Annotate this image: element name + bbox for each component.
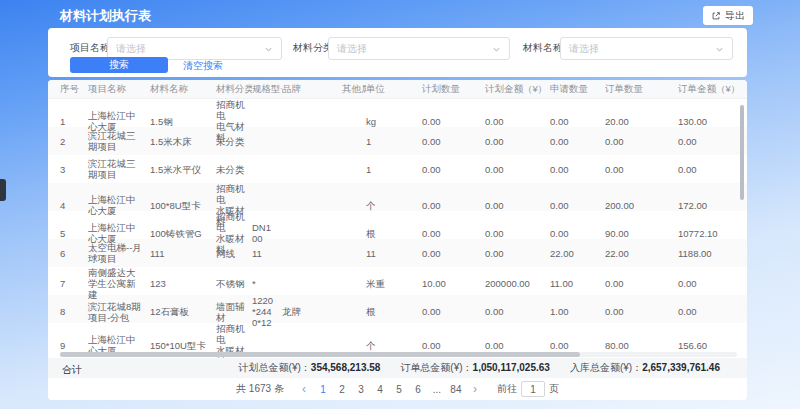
clear-search-link[interactable]: 清空搜索 bbox=[183, 59, 223, 73]
table-cell: 20.00 bbox=[605, 116, 678, 127]
column-header: 其他属性 bbox=[342, 83, 366, 96]
table-row: 6太空电梯--月球项目111网线11110.000.0022.0022.0011… bbox=[48, 239, 747, 267]
inbound-total-amount: 入库总金额(¥)：2,657,339,761.46 bbox=[570, 361, 720, 375]
table-cell: 滨江花城三期项目 bbox=[88, 158, 150, 180]
chevron-down-icon bbox=[492, 40, 501, 58]
horizontal-scrollbar-thumb[interactable] bbox=[60, 352, 580, 357]
table-cell: 0.00 bbox=[550, 116, 605, 127]
search-button[interactable]: 搜索 bbox=[70, 57, 168, 73]
table-row: 5上海松江中心大厦100铸铁管G招商机电 水暖材料DN100根0.000.000… bbox=[48, 211, 747, 239]
page-ellipsis[interactable]: ... bbox=[430, 384, 444, 395]
table-cell: 根 bbox=[366, 228, 422, 239]
table-row: 2滨江花城三期项目1.5米木床未分类10.000.000.000.000.00 bbox=[48, 127, 747, 155]
table-cell: 未分类 bbox=[216, 136, 252, 147]
next-page-button[interactable]: › bbox=[468, 384, 482, 394]
material-name-placeholder: 请选择 bbox=[569, 42, 599, 56]
page-button[interactable]: 3 bbox=[354, 384, 368, 395]
page-button[interactable]: 4 bbox=[373, 384, 387, 395]
table-cell: 200.00 bbox=[605, 200, 678, 211]
filter-panel: 项目名称 请选择 材料分类 请选择 材料名称 请选择 搜索 清空搜索 bbox=[48, 28, 747, 77]
table-cell: 100铸铁管G bbox=[150, 228, 216, 239]
column-header: 材料名称 bbox=[150, 83, 216, 96]
table-cell: 0.00 bbox=[550, 340, 605, 351]
table-cell: 上海松江中心大厦 bbox=[88, 194, 150, 216]
table-cell: 0.00 bbox=[485, 306, 550, 317]
material-name-label: 材料名称 bbox=[523, 41, 563, 55]
table-cell: 172.00 bbox=[678, 200, 737, 211]
table-cell: 90.00 bbox=[605, 228, 678, 239]
export-label: 导出 bbox=[725, 9, 745, 23]
vertical-scrollbar[interactable] bbox=[740, 105, 744, 200]
page-button[interactable]: 84 bbox=[449, 384, 463, 395]
page-button[interactable]: 2 bbox=[335, 384, 349, 395]
summary-label: 合计 bbox=[62, 363, 82, 377]
table-cell: 0.00 bbox=[550, 228, 605, 239]
column-header: 申请数量 bbox=[550, 83, 605, 96]
table-cell: 111 bbox=[150, 248, 216, 259]
table-cell: 网线 bbox=[216, 248, 252, 259]
table-cell: 7 bbox=[60, 278, 88, 289]
table-cell: 6 bbox=[60, 248, 88, 259]
table-cell: DN100 bbox=[252, 222, 282, 244]
table-cell: 1220*244 0*12 bbox=[252, 295, 282, 328]
table-body: 1上海松江中心大厦1.5钢招商机电 电气材料kg0.000.000.0020.0… bbox=[48, 99, 747, 351]
table-cell: 10.00 bbox=[422, 278, 485, 289]
table-cell: 0.00 bbox=[605, 164, 678, 175]
export-button[interactable]: 导出 bbox=[703, 6, 753, 25]
table-cell: 上海松江中心大厦 bbox=[88, 110, 150, 132]
table-cell: 0.00 bbox=[422, 116, 485, 127]
table-cell: 12石膏板 bbox=[150, 306, 216, 317]
table-cell: 米重 bbox=[366, 278, 422, 289]
material-name-select[interactable]: 请选择 bbox=[560, 37, 733, 60]
table-cell: 墙面辅材 bbox=[216, 301, 252, 323]
material-category-select[interactable]: 请选择 bbox=[328, 37, 510, 60]
table-cell: 11.00 bbox=[550, 278, 605, 289]
table-cell: 0.00 bbox=[422, 228, 485, 239]
page-button[interactable]: 1 bbox=[316, 384, 330, 395]
page-button[interactable]: 6 bbox=[411, 384, 425, 395]
prev-page-button[interactable]: ‹ bbox=[297, 384, 311, 394]
table-cell: 156.60 bbox=[678, 340, 737, 351]
table-cell: 150*10U型卡 bbox=[150, 340, 216, 351]
order-total-amount: 订单总金额(¥)：1,050,117,025.63 bbox=[400, 361, 550, 375]
table-cell: * bbox=[252, 278, 282, 289]
table-cell: 0.00 bbox=[485, 136, 550, 147]
plan-total-amount: 计划总金额(¥)：354,568,213.58 bbox=[239, 361, 381, 375]
table-cell: 10772.10 bbox=[678, 228, 737, 239]
table-row: 4上海松江中心大厦100*8U型卡招商机电 水暖材料个0.000.000.002… bbox=[48, 183, 747, 211]
table-cell: 130.00 bbox=[678, 116, 737, 127]
page-title: 材料计划执行表 bbox=[60, 7, 151, 25]
column-header: 项目名称 bbox=[88, 83, 150, 96]
table-cell: 0.00 bbox=[605, 278, 678, 289]
table-cell: 滨江花城8期项目-分包 bbox=[88, 301, 150, 323]
table-cell: 11 bbox=[252, 248, 282, 259]
material-category-label: 材料分类 bbox=[293, 41, 333, 55]
material-category-placeholder: 请选择 bbox=[337, 42, 367, 56]
table-cell: kg bbox=[366, 116, 422, 127]
table-row: 8滨江花城8期项目-分包12石膏板墙面辅材1220*244 0*12龙牌根0.0… bbox=[48, 295, 747, 323]
table-cell: 1 bbox=[366, 164, 422, 175]
table-cell: 0.00 bbox=[678, 278, 737, 289]
table-cell: 0.00 bbox=[485, 116, 550, 127]
table-cell: 1.5米水平仪 bbox=[150, 164, 216, 175]
goto-page-input[interactable] bbox=[521, 381, 545, 397]
table-cell: 4 bbox=[60, 200, 88, 211]
table-cell: 0.00 bbox=[550, 164, 605, 175]
page-buttons: 123456...84 bbox=[316, 384, 463, 395]
table-cell: 0.00 bbox=[550, 200, 605, 211]
table-row: 9上海松江中心大厦150*10U型卡招商机电 水暖材料个0.000.000.00… bbox=[48, 323, 747, 351]
table-cell: 上海松江中心大厦 bbox=[88, 222, 150, 244]
summary-totals: 计划总金额(¥)：354,568,213.58 订单总金额(¥)：1,050,1… bbox=[239, 358, 720, 378]
table-cell: 100*8U型卡 bbox=[150, 200, 216, 211]
page-button[interactable]: 5 bbox=[392, 384, 406, 395]
total-count: 共 1673 条 bbox=[236, 382, 284, 396]
table-cell: 0.00 bbox=[422, 340, 485, 351]
table-cell: 1.00 bbox=[550, 306, 605, 317]
table-cell: 0.00 bbox=[678, 136, 737, 147]
table-cell: 1188.00 bbox=[678, 248, 737, 259]
horizontal-scrollbar[interactable] bbox=[60, 352, 737, 357]
sidebar-collapse-handle[interactable] bbox=[0, 179, 6, 201]
table-cell: 0.00 bbox=[485, 228, 550, 239]
table-cell: 0.00 bbox=[485, 340, 550, 351]
column-header: 单位 bbox=[366, 83, 422, 96]
